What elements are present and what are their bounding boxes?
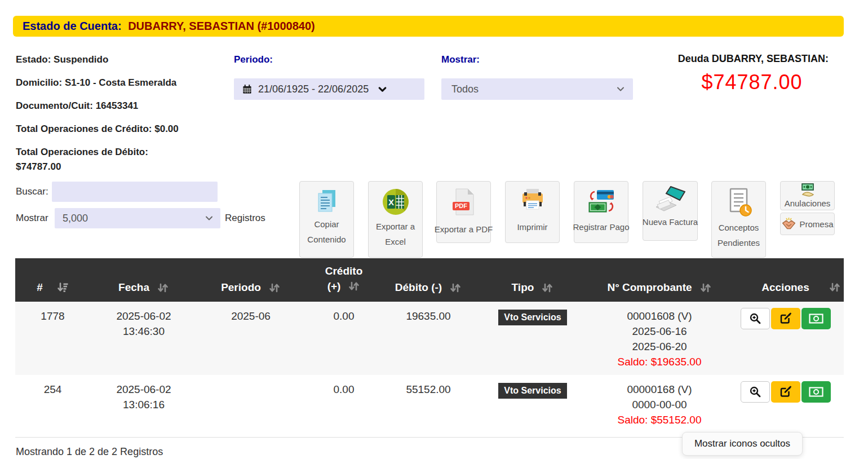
sort-desc-icon bbox=[56, 281, 69, 293]
copy-content-button[interactable]: Copiar Contenido bbox=[299, 181, 354, 258]
info-estado: Estado: Suspendido bbox=[16, 52, 230, 67]
debt-amount: $74787.00 bbox=[675, 70, 829, 94]
transactions-table: # Fecha Periodo Crédito (+) bbox=[15, 258, 844, 438]
info-total-credito: Total Operaciones de Crédito: $0.00 bbox=[16, 122, 230, 136]
pdf-file-icon: PDF bbox=[451, 188, 477, 216]
pending-concepts-button[interactable]: Conceptos Pendientes bbox=[711, 181, 766, 258]
calendar-icon bbox=[242, 84, 253, 95]
column-header-acciones[interactable]: Acciones bbox=[727, 258, 844, 302]
info-documento: Documento/Cuit: 16453341 bbox=[16, 99, 230, 113]
cell-tipo: Vto Servicios bbox=[473, 302, 592, 375]
excel-icon: X bbox=[382, 188, 410, 216]
edit-icon bbox=[780, 386, 792, 398]
page-length-suffix: Registros bbox=[225, 213, 265, 224]
copy-pages-icon bbox=[314, 188, 340, 214]
promise-label: Promesa bbox=[799, 219, 833, 229]
search-input[interactable] bbox=[52, 182, 218, 202]
cancellations-button[interactable]: Anulaciones bbox=[780, 181, 835, 210]
money-hand-icon bbox=[799, 183, 817, 198]
pending-concepts-label-1: Conceptos bbox=[719, 223, 759, 232]
column-header-fecha[interactable]: Fecha bbox=[90, 258, 197, 302]
cell-acciones bbox=[727, 375, 844, 437]
magnifier-plus-icon bbox=[749, 312, 761, 325]
copy-content-label-1: Copiar bbox=[314, 220, 339, 229]
cell-num: 254 bbox=[15, 375, 90, 437]
export-pdf-label: Exportar a PDF bbox=[435, 225, 493, 234]
magnifier-plus-icon bbox=[749, 386, 761, 398]
mostrar-label: Mostrar: bbox=[441, 54, 480, 65]
view-detail-button[interactable] bbox=[741, 308, 770, 329]
info-domicilio: Domicilio: S1-10 - Costa Esmeralda bbox=[16, 76, 230, 90]
column-header-num[interactable]: # bbox=[15, 258, 90, 302]
pay-button[interactable] bbox=[801, 308, 831, 329]
cell-num: 1778 bbox=[15, 302, 90, 375]
hidden-icons-tooltip: Mostrar iconos ocultos bbox=[682, 432, 803, 456]
debt-summary: Deuda DUBARRY, SEBASTIAN: $74787.00 bbox=[643, 53, 829, 94]
debt-label: Deuda DUBARRY, SEBASTIAN: bbox=[643, 53, 829, 65]
svg-text:X: X bbox=[388, 197, 393, 207]
cell-periodo: 2025-06 bbox=[197, 302, 304, 375]
handshake-icon bbox=[781, 218, 796, 231]
edit-button[interactable] bbox=[771, 381, 800, 403]
edit-icon bbox=[780, 312, 792, 325]
column-header-periodo[interactable]: Periodo bbox=[197, 258, 304, 302]
cell-comprobante: 00000168 (V) 0000-00-00 Saldo: $55152.00 bbox=[592, 375, 727, 437]
cell-debito: 19635.00 bbox=[383, 302, 473, 375]
cell-debito: 55152.00 bbox=[383, 375, 473, 437]
sort-both-icon bbox=[157, 282, 169, 293]
export-pdf-button[interactable]: PDF Exportar a PDF bbox=[436, 181, 491, 243]
mostrar-selected-value: Todos bbox=[451, 83, 479, 95]
cancellations-label: Anulaciones bbox=[785, 199, 831, 208]
pay-button[interactable] bbox=[801, 381, 831, 403]
account-info: Estado: Suspendido Domicilio: S1-10 - Co… bbox=[16, 52, 230, 183]
export-excel-label-2: Excel bbox=[385, 237, 406, 246]
periodo-daterange-picker[interactable]: 21/06/1925 - 22/06/2025 bbox=[234, 78, 424, 100]
sort-both-icon bbox=[348, 280, 360, 292]
column-header-credito[interactable]: Crédito (+) bbox=[304, 258, 383, 302]
chevron-down-icon bbox=[205, 214, 214, 223]
column-header-comprobante[interactable]: N° Comprobante bbox=[592, 258, 727, 302]
column-header-tipo[interactable]: Tipo bbox=[473, 258, 592, 302]
tipo-badge: Vto Servicios bbox=[498, 310, 566, 325]
saldo-text: Saldo: $55152.00 bbox=[592, 412, 727, 427]
mostrar-select[interactable]: Todos bbox=[441, 78, 633, 100]
column-header-debito[interactable]: Débito (-) bbox=[383, 258, 473, 302]
print-button[interactable]: Imprimir bbox=[505, 181, 560, 243]
money-exchange-icon bbox=[587, 188, 615, 215]
tipo-badge: Vto Servicios bbox=[498, 383, 566, 399]
pending-concepts-label-2: Pendientes bbox=[718, 239, 760, 248]
cell-acciones bbox=[727, 302, 844, 375]
new-invoice-button[interactable]: Nueva Factura bbox=[643, 181, 698, 241]
view-detail-button[interactable] bbox=[741, 381, 770, 403]
periodo-label: Periodo: bbox=[234, 54, 273, 65]
document-clock-icon bbox=[725, 188, 752, 217]
records-summary: Mostrando 1 de 2 de 2 Registros bbox=[16, 446, 163, 458]
banner-title: Estado de Cuenta: bbox=[23, 20, 122, 32]
edit-button[interactable] bbox=[771, 308, 800, 329]
export-excel-button[interactable]: X Exportar a Excel bbox=[368, 181, 423, 258]
cell-comprobante: 00001608 (V) 2025-06-16 2025-06-20 Saldo… bbox=[592, 302, 727, 375]
export-excel-label-1: Exportar a bbox=[376, 222, 415, 231]
new-invoice-label: Nueva Factura bbox=[643, 218, 698, 227]
sort-both-icon bbox=[699, 282, 712, 293]
copy-content-label-2: Contenido bbox=[307, 235, 346, 244]
chevron-down-icon bbox=[378, 85, 387, 94]
table-row: 254 2025-06-02 13:06:16 0.00 55152.00 Vt… bbox=[15, 375, 844, 437]
table-row: 1778 2025-06-02 13:46:30 2025-06 0.00 19… bbox=[15, 302, 844, 375]
page-length-label: Mostrar bbox=[16, 213, 48, 224]
banknote-icon bbox=[809, 387, 823, 397]
invoice-printer-icon bbox=[655, 186, 685, 212]
cell-fecha: 2025-06-02 13:46:30 bbox=[90, 302, 197, 375]
tooltip-text: Mostrar iconos ocultos bbox=[694, 438, 790, 449]
sort-both-icon bbox=[829, 281, 841, 293]
cell-credito: 0.00 bbox=[304, 302, 383, 375]
print-label: Imprimir bbox=[517, 223, 547, 232]
page-length-select[interactable]: 5,000 bbox=[55, 208, 220, 228]
sort-both-icon bbox=[449, 282, 462, 293]
register-payment-button[interactable]: Registrar Pago bbox=[574, 181, 628, 243]
cell-periodo bbox=[197, 375, 304, 437]
account-statement-banner: Estado de Cuenta: DUBARRY, SEBASTIAN (#1… bbox=[13, 16, 844, 37]
info-total-debito: Total Operaciones de Débito: $74787.00 bbox=[16, 145, 185, 174]
promise-button[interactable]: Promesa bbox=[780, 213, 835, 235]
register-payment-label: Registrar Pago bbox=[573, 223, 629, 232]
